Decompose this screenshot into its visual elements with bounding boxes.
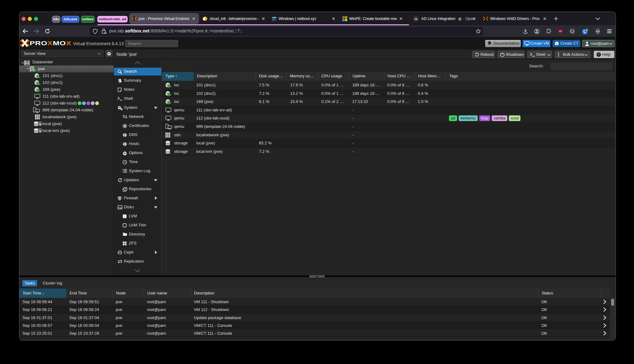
svg-text:OI: OI (415, 17, 417, 21)
svg-text:uO: uO (559, 30, 562, 32)
svg-text:4: 4 (586, 29, 588, 32)
svg-text:?: ? (598, 53, 600, 56)
